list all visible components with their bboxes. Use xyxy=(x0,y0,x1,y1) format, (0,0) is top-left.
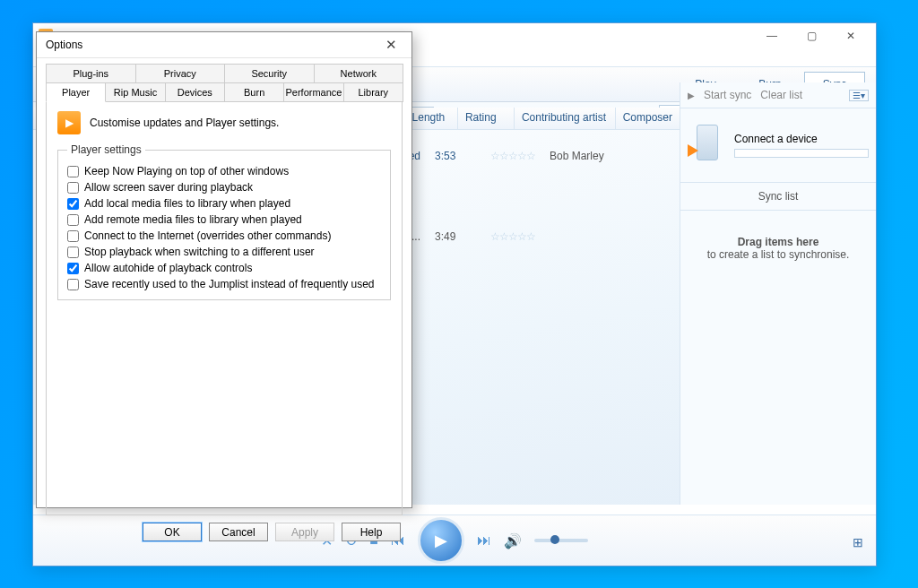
cell-length: 3:49 xyxy=(428,230,483,243)
col-length[interactable]: Length xyxy=(405,108,458,129)
switch-view-icon[interactable]: ⊞ xyxy=(853,535,863,549)
connect-device-label: Connect a device xyxy=(734,133,867,145)
col-artist[interactable]: Contributing artist xyxy=(515,108,616,129)
volume-slider[interactable] xyxy=(534,539,588,542)
close-icon[interactable]: ✕ xyxy=(379,37,403,53)
chk-screensaver[interactable] xyxy=(67,182,79,194)
cell-rating[interactable]: ☆☆☆☆☆ xyxy=(483,150,542,162)
tab-security[interactable]: Security xyxy=(224,64,315,83)
mute-button[interactable]: 🔊 xyxy=(504,532,522,549)
sync-list-header: Sync list xyxy=(680,183,876,211)
device-icon xyxy=(689,125,725,166)
cancel-button[interactable]: Cancel xyxy=(209,523,268,541)
minimize-button[interactable]: — xyxy=(752,23,792,48)
col-composer[interactable]: Composer xyxy=(616,108,680,129)
play-button[interactable]: ▶ xyxy=(418,517,464,564)
tab-performance[interactable]: Performance xyxy=(283,82,343,102)
ok-button[interactable]: OK xyxy=(143,523,202,541)
chk-jumplist[interactable] xyxy=(67,279,79,290)
tab-plugins[interactable]: Plug-ins xyxy=(46,64,136,83)
dialog-title: Options xyxy=(46,39,82,51)
help-button[interactable]: Help xyxy=(342,523,401,541)
chk-connect[interactable] xyxy=(67,230,79,242)
chk-keep-top[interactable] xyxy=(67,166,79,177)
tab-library[interactable]: Library xyxy=(343,82,403,102)
player-icon: ▶ xyxy=(57,111,81,134)
sync-panel: ▶ Start sync Clear list ☰▾ Connect a dev… xyxy=(680,82,876,505)
start-sync-button[interactable]: Start sync xyxy=(704,89,751,101)
device-slot[interactable]: Connect a device xyxy=(680,108,876,183)
sync-drop-zone[interactable]: Drag items here to create a list to sync… xyxy=(680,211,876,286)
sync-options-dropdown[interactable]: ☰▾ xyxy=(849,90,869,101)
cell-artist: Bob Marley xyxy=(542,150,650,162)
tab-burn-options[interactable]: Burn xyxy=(224,82,284,102)
options-dialog: Options ✕ Plug-ins Privacy Security Netw… xyxy=(36,31,412,508)
dialog-title-bar[interactable]: Options ✕ xyxy=(37,32,411,58)
chk-stop-switch[interactable] xyxy=(67,246,79,258)
player-settings-group: Player settings Keep Now Playing on top … xyxy=(57,143,391,300)
next-button[interactable]: ⏭ xyxy=(477,532,491,549)
clear-list-button[interactable]: Clear list xyxy=(760,89,802,101)
cell-length: 3:53 xyxy=(428,150,483,162)
dialog-description: Customise updates and Player settings. xyxy=(90,117,279,129)
tab-network[interactable]: Network xyxy=(314,64,404,83)
device-capacity-bar xyxy=(734,149,869,158)
chk-autohide[interactable] xyxy=(67,263,79,274)
col-rating[interactable]: Rating xyxy=(458,108,515,129)
tab-privacy[interactable]: Privacy xyxy=(135,64,226,83)
cell-rating[interactable]: ☆☆☆☆☆ xyxy=(483,230,542,243)
maximize-button[interactable]: ▢ xyxy=(792,23,831,48)
tab-player[interactable]: Player xyxy=(46,82,106,102)
tab-devices[interactable]: Devices xyxy=(165,82,225,102)
tab-rip[interactable]: Rip Music xyxy=(105,82,165,102)
chk-add-local[interactable] xyxy=(67,198,79,210)
close-button[interactable]: ✕ xyxy=(831,23,870,48)
apply-button[interactable]: Apply xyxy=(275,523,334,541)
chk-add-remote[interactable] xyxy=(67,214,79,226)
group-legend: Player settings xyxy=(67,143,145,156)
